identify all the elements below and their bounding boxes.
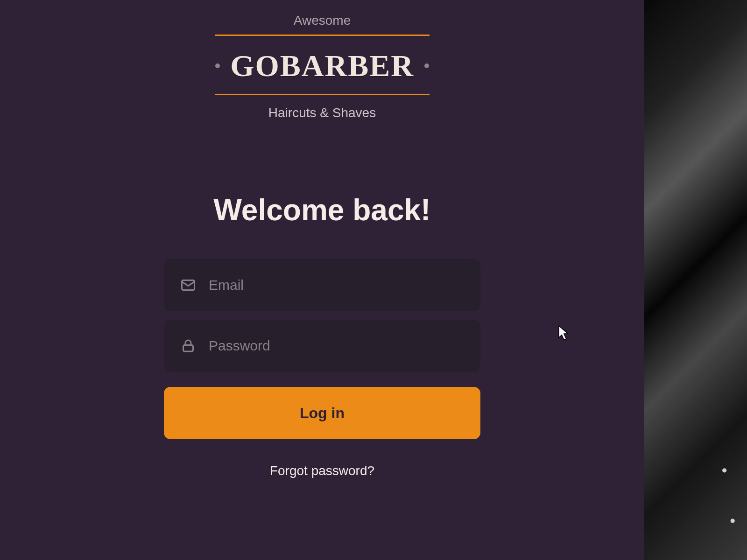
- email-input[interactable]: [209, 277, 465, 293]
- logo-tagline: Haircuts & Shaves: [268, 105, 376, 120]
- password-input[interactable]: [209, 338, 465, 354]
- logo-rule-bottom: [215, 94, 430, 95]
- logo-top-word: Awesome: [294, 13, 351, 28]
- lock-icon: [180, 337, 197, 354]
- hero-image: [644, 0, 747, 560]
- email-field-wrapper[interactable]: [164, 259, 480, 311]
- logo-brand-row: GoBarber: [215, 36, 429, 94]
- page-title: Welcome back!: [214, 193, 431, 227]
- logo-dot-right: [424, 63, 429, 68]
- logo-dot-left: [215, 63, 220, 68]
- forgot-password-link[interactable]: Forgot password?: [270, 463, 374, 478]
- login-button[interactable]: Log in: [164, 387, 480, 439]
- svg-rect-1: [183, 345, 193, 352]
- logo-brand-name: GoBarber: [230, 48, 414, 84]
- login-pane: Awesome GoBarber Haircuts & Shaves Welco…: [0, 0, 644, 560]
- logo: Awesome GoBarber Haircuts & Shaves: [215, 13, 430, 120]
- password-field-wrapper[interactable]: [164, 320, 480, 372]
- login-form: Log in Forgot password?: [164, 259, 480, 478]
- mail-icon: [180, 277, 197, 294]
